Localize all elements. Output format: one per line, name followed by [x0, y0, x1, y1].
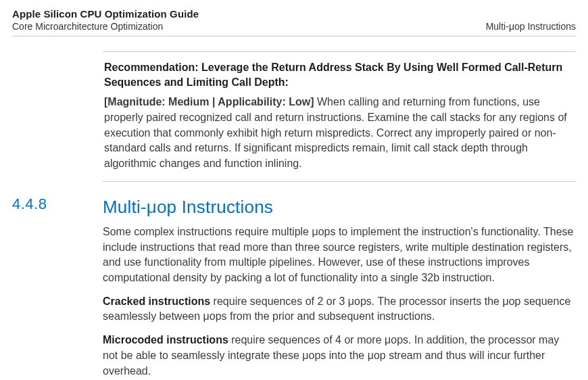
breadcrumb-right: Multi-μop Instructions: [486, 21, 576, 32]
section-intro: Some complex instructions require multip…: [103, 224, 576, 286]
page: Apple Silicon CPU Optimization Guide Cor…: [0, 0, 588, 380]
callout-main: Recommendation: Leverage the Return Addr…: [103, 51, 576, 194]
header-row: Core Microarchitecture Optimization Mult…: [12, 21, 576, 37]
section-title: Multi-μop Instructions: [103, 197, 576, 218]
microcoded-term: Microcoded instructions: [103, 334, 228, 346]
callout-heading: Recommendation: Leverage the Return Addr…: [104, 60, 574, 89]
breadcrumb-left: Core Microarchitecture Optimization: [12, 21, 163, 32]
section-main: Multi-μop Instructions Some complex inst…: [103, 194, 576, 380]
cracked-term: Cracked instructions: [103, 295, 210, 307]
recommendation-callout: Recommendation: Leverage the Return Addr…: [103, 51, 576, 182]
callout-body: [Magnitude: Medium | Applicability: Low]…: [104, 95, 574, 172]
microcoded-paragraph: Microcoded instructions require sequence…: [103, 333, 576, 379]
gutter-empty: [12, 51, 91, 53]
section-number: 4.4.8: [12, 195, 47, 212]
section-row: 4.4.8 Multi-μop Instructions Some comple…: [12, 194, 576, 380]
callout-row: Recommendation: Leverage the Return Addr…: [12, 51, 576, 194]
cracked-paragraph: Cracked instructions require sequences o…: [103, 294, 576, 325]
callout-label: Recommendation:: [104, 62, 201, 73]
doc-title: Apple Silicon CPU Optimization Guide: [12, 8, 576, 21]
gutter-number: 4.4.8: [12, 194, 91, 213]
callout-tag: [Magnitude: Medium | Applicability: Low]: [104, 96, 314, 108]
